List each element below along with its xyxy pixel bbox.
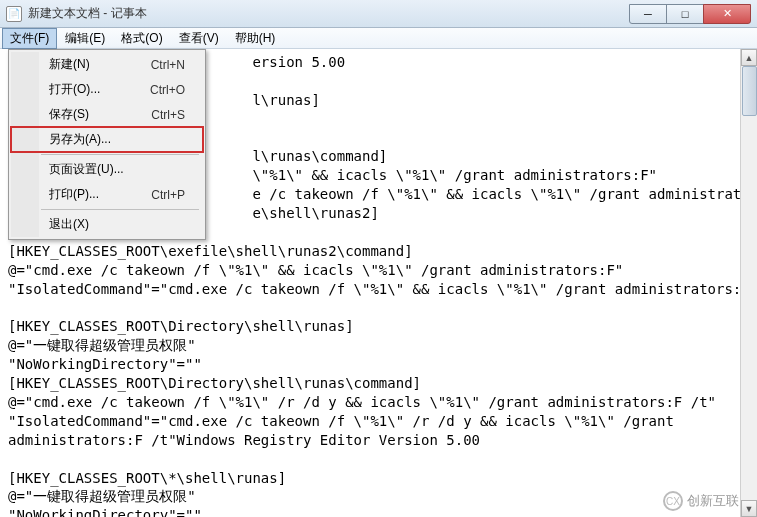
scroll-down-arrow[interactable]: ▼	[741, 500, 757, 517]
menu-item-shortcut: Ctrl+S	[151, 108, 185, 122]
menu-separator	[41, 154, 199, 155]
menu-item-shortcut: Ctrl+N	[151, 58, 185, 72]
watermark-icon: CX	[663, 491, 683, 511]
window-title: 新建文本文档 - 记事本	[28, 5, 630, 22]
menu-item-save-as[interactable]: 另存为(A)...	[11, 127, 203, 152]
watermark-text: 创新互联	[687, 492, 739, 510]
app-icon: 📄	[6, 6, 22, 22]
menu-item-exit[interactable]: 退出(X)	[11, 212, 203, 237]
menu-separator	[41, 209, 199, 210]
menu-item-label: 新建(N)	[49, 56, 90, 73]
maximize-button[interactable]: □	[666, 4, 704, 24]
menu-format[interactable]: 格式(O)	[113, 28, 170, 49]
watermark: CX 创新互联	[663, 491, 739, 511]
scroll-thumb[interactable]	[742, 66, 757, 116]
menu-item-label: 另存为(A)...	[49, 131, 111, 148]
menubar: 文件(F) 编辑(E) 格式(O) 查看(V) 帮助(H)	[0, 28, 757, 49]
window-controls: ─ □ ✕	[630, 4, 751, 24]
menu-item-print[interactable]: 打印(P)... Ctrl+P	[11, 182, 203, 207]
menu-item-label: 保存(S)	[49, 106, 89, 123]
menu-item-label: 退出(X)	[49, 216, 89, 233]
menu-view[interactable]: 查看(V)	[171, 28, 227, 49]
menu-item-label: 打印(P)...	[49, 186, 99, 203]
close-button[interactable]: ✕	[703, 4, 751, 24]
menu-item-save[interactable]: 保存(S) Ctrl+S	[11, 102, 203, 127]
menu-file[interactable]: 文件(F)	[2, 28, 57, 49]
minimize-button[interactable]: ─	[629, 4, 667, 24]
menu-item-new[interactable]: 新建(N) Ctrl+N	[11, 52, 203, 77]
titlebar: 📄 新建文本文档 - 记事本 ─ □ ✕	[0, 0, 757, 28]
scroll-up-arrow[interactable]: ▲	[741, 49, 757, 66]
menu-item-shortcut: Ctrl+P	[151, 188, 185, 202]
menu-item-label: 打开(O)...	[49, 81, 100, 98]
menu-help[interactable]: 帮助(H)	[227, 28, 284, 49]
menu-edit[interactable]: 编辑(E)	[57, 28, 113, 49]
menu-item-label: 页面设置(U)...	[49, 161, 124, 178]
menu-item-page-setup[interactable]: 页面设置(U)...	[11, 157, 203, 182]
vertical-scrollbar[interactable]: ▲ ▼	[740, 49, 757, 517]
menu-item-shortcut: Ctrl+O	[150, 83, 185, 97]
menu-item-open[interactable]: 打开(O)... Ctrl+O	[11, 77, 203, 102]
file-menu-dropdown: 新建(N) Ctrl+N 打开(O)... Ctrl+O 保存(S) Ctrl+…	[8, 49, 206, 240]
